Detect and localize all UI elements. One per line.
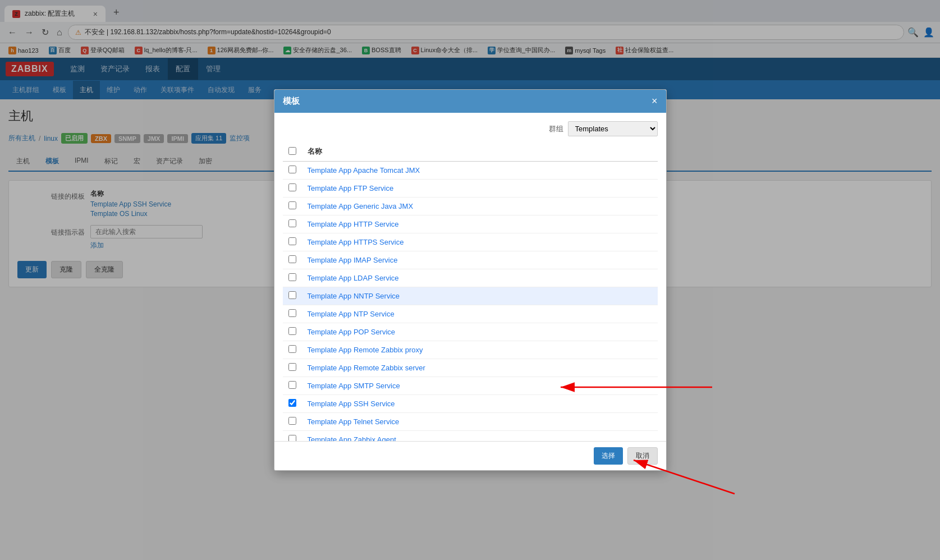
template-link-1[interactable]: Template App Apache Tomcat JMX — [308, 166, 420, 175]
template-checkbox-5[interactable] — [288, 237, 296, 245]
table-row: Template App LDAP Service — [283, 269, 658, 287]
template-link-6[interactable]: Template App IMAP Service — [308, 256, 398, 264]
filter-label: 群组 — [549, 124, 563, 134]
template-link-2[interactable]: Template App FTP Service — [308, 184, 394, 192]
table-row: Template App IMAP Service — [283, 251, 658, 269]
modal-cancel-button[interactable]: 取消 — [627, 447, 658, 465]
template-link-14[interactable]: Template App SSH Service — [308, 400, 395, 408]
modal-body: 群组 Templates Linux servers Windows serve… — [274, 113, 666, 441]
template-link-4[interactable]: Template App HTTP Service — [308, 220, 399, 228]
template-link-8[interactable]: Template App NNTP Service — [308, 292, 400, 300]
table-row: Template App NTP Service — [283, 305, 658, 323]
template-checkbox-11[interactable] — [288, 345, 296, 353]
template-link-12[interactable]: Template App Remote Zabbix server — [308, 364, 425, 372]
template-checkbox-14[interactable] — [288, 399, 296, 407]
select-all-checkbox[interactable] — [288, 147, 296, 155]
template-table: 名称 Template App Apache Tomcat JMXTemplat… — [283, 142, 658, 441]
table-row: Template App FTP Service — [283, 180, 658, 198]
template-link-5[interactable]: Template App HTTPS Service — [308, 238, 404, 246]
template-checkbox-13[interactable] — [288, 381, 296, 389]
modal-overlay[interactable]: 模板 × 群组 Templates Linux servers Windows … — [0, 0, 940, 492]
table-row: Template App HTTPS Service — [283, 233, 658, 251]
template-checkbox-12[interactable] — [288, 363, 296, 371]
template-link-9[interactable]: Template App NTP Service — [308, 310, 395, 318]
template-link-3[interactable]: Template App Generic Java JMX — [308, 202, 414, 210]
modal-filter: 群组 Templates Linux servers Windows serve… — [283, 121, 658, 136]
template-checkbox-7[interactable] — [288, 273, 296, 281]
template-link-10[interactable]: Template App POP Service — [308, 328, 396, 336]
template-checkbox-8[interactable] — [288, 291, 296, 299]
modal-footer: 选择 取消 — [274, 441, 666, 470]
template-checkbox-10[interactable] — [288, 327, 296, 335]
table-row: Template App SMTP Service — [283, 377, 658, 395]
modal-title: 模板 — [283, 96, 300, 107]
group-filter-select[interactable]: Templates Linux servers Windows servers … — [568, 121, 658, 136]
template-checkbox-15[interactable] — [288, 417, 296, 425]
template-checkbox-4[interactable] — [288, 219, 296, 227]
template-link-16[interactable]: Template App Zabbix Agent — [308, 435, 396, 441]
table-row: Template App NNTP Service — [283, 287, 658, 305]
table-row: Template App SSH Service — [283, 395, 658, 413]
select-all-header — [283, 142, 302, 162]
template-checkbox-9[interactable] — [288, 309, 296, 317]
modal-header: 模板 × — [274, 90, 666, 113]
template-link-15[interactable]: Template App Telnet Service — [308, 417, 400, 426]
table-row: Template App POP Service — [283, 323, 658, 341]
table-row: Template App HTTP Service — [283, 215, 658, 233]
modal-select-button[interactable]: 选择 — [594, 447, 623, 465]
template-checkbox-1[interactable] — [288, 166, 296, 173]
template-link-13[interactable]: Template App SMTP Service — [308, 382, 400, 390]
template-checkbox-6[interactable] — [288, 255, 296, 263]
table-row: Template App Telnet Service — [283, 413, 658, 431]
template-link-11[interactable]: Template App Remote Zabbix proxy — [308, 346, 423, 354]
template-link-7[interactable]: Template App LDAP Service — [308, 274, 399, 282]
template-checkbox-16[interactable] — [288, 435, 296, 441]
table-row: Template App Apache Tomcat JMX — [283, 162, 658, 180]
table-row: Template App Zabbix Agent — [283, 431, 658, 442]
table-row: Template App Generic Java JMX — [283, 198, 658, 215]
template-checkbox-2[interactable] — [288, 183, 296, 191]
table-row: Template App Remote Zabbix proxy — [283, 341, 658, 359]
modal-close-button[interactable]: × — [652, 95, 658, 107]
template-checkbox-3[interactable] — [288, 201, 296, 209]
name-column-header: 名称 — [302, 142, 658, 162]
table-row: Template App Remote Zabbix server — [283, 359, 658, 377]
template-selector-modal: 模板 × 群组 Templates Linux servers Windows … — [274, 89, 667, 471]
